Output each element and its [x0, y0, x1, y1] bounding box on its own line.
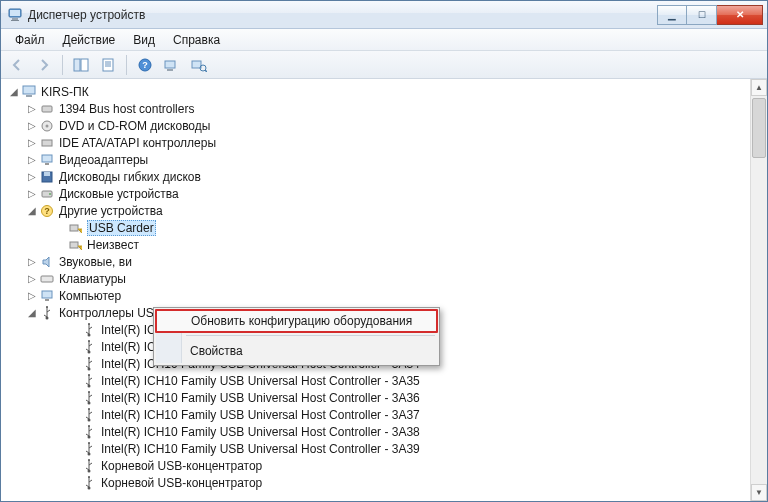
svg-point-40: [88, 333, 91, 336]
tree-item[interactable]: ▷Компьютер: [25, 287, 750, 304]
svg-point-38: [46, 316, 49, 319]
svg-rect-22: [42, 140, 52, 146]
tree-item-other[interactable]: ◢?Другие устройства: [25, 202, 750, 219]
tree-item-label: 1394 Bus host controllers: [59, 102, 194, 116]
menu-view[interactable]: Вид: [125, 31, 163, 49]
svg-point-46: [88, 384, 91, 387]
tree-item[interactable]: Корневой USB-концентратор: [67, 474, 750, 491]
context-menu-scan-hardware[interactable]: Обновить конфигурацию оборудования: [155, 309, 438, 333]
tree-item-label: Неизвест: [87, 238, 139, 252]
tree-item[interactable]: ▷Дисковые устройства: [25, 185, 750, 202]
scroll-thumb[interactable]: [752, 98, 766, 158]
toolbar-separator: [126, 55, 127, 75]
expand-icon[interactable]: ▷: [25, 273, 39, 284]
tree-item[interactable]: Intel(R) ICH10 Family USB Universal Host…: [67, 440, 750, 457]
menu-action[interactable]: Действие: [55, 31, 124, 49]
maximize-button[interactable]: [687, 5, 717, 25]
client-area: ◢ KIRS-ПК ▷1394 Bus host controllers ▷DV…: [1, 79, 767, 501]
tree-item[interactable]: Intel(R) ICH10 Family USB Universal Host…: [67, 372, 750, 389]
expand-icon[interactable]: ▷: [25, 256, 39, 267]
svg-rect-36: [42, 291, 52, 298]
tree-item-label: IDE ATA/ATAPI контроллеры: [59, 136, 216, 150]
scan-hardware-button[interactable]: [160, 54, 184, 76]
expand-icon[interactable]: ▷: [25, 188, 39, 199]
scan-changes-button[interactable]: [187, 54, 211, 76]
show-hidden-button[interactable]: [69, 54, 93, 76]
tree-item[interactable]: Intel(R) ICH10 Family USB Universal Host…: [67, 406, 750, 423]
usb-icon: [81, 339, 97, 355]
context-menu-properties[interactable]: Свойства: [156, 339, 437, 363]
device-icon: [39, 101, 55, 117]
usb-icon: [81, 322, 97, 338]
expand-icon[interactable]: ▷: [25, 120, 39, 131]
tree-item[interactable]: Intel(R) ICH10 Family USB Universal Host…: [67, 423, 750, 440]
scroll-up-button[interactable]: ▲: [751, 79, 767, 96]
expand-icon[interactable]: ▷: [25, 290, 39, 301]
tree-item[interactable]: ▷IDE ATA/ATAPI контроллеры: [25, 134, 750, 151]
expand-icon[interactable]: ▷: [25, 137, 39, 148]
collapse-icon[interactable]: ◢: [25, 205, 39, 216]
tree-item[interactable]: ▷Видеоадаптеры: [25, 151, 750, 168]
svg-point-41: [88, 323, 90, 325]
tree-item-unknown[interactable]: !Неизвест: [53, 236, 750, 253]
svg-rect-1: [10, 10, 20, 16]
menu-file[interactable]: Файл: [7, 31, 53, 49]
tree-item-usb-carder[interactable]: !USB Carder: [53, 219, 750, 236]
tree-item[interactable]: ▷Звуковые, ви: [25, 253, 750, 270]
properties-button[interactable]: [96, 54, 120, 76]
collapse-icon[interactable]: ◢: [25, 307, 39, 318]
app-icon: [7, 7, 23, 23]
tree-item-label: KIRS-ПК: [41, 85, 89, 99]
svg-rect-31: [70, 225, 78, 231]
floppy-icon: [39, 169, 55, 185]
warning-icon: ?: [39, 203, 55, 219]
tree-item[interactable]: ▷Клавиатуры: [25, 270, 750, 287]
help-button[interactable]: ?: [133, 54, 157, 76]
svg-point-54: [88, 452, 91, 455]
menu-help[interactable]: Справка: [165, 31, 228, 49]
tree-item-label: Клавиатуры: [59, 272, 126, 286]
svg-text:?: ?: [44, 206, 50, 216]
svg-point-49: [88, 391, 90, 393]
tree-item-label: Корневой USB-концентратор: [101, 459, 262, 473]
expand-icon[interactable]: ▷: [25, 171, 39, 182]
scroll-down-button[interactable]: ▼: [751, 484, 767, 501]
svg-rect-24: [45, 163, 49, 165]
context-menu-separator: [186, 335, 435, 336]
toolbar: ?: [1, 51, 767, 79]
svg-rect-4: [74, 59, 80, 71]
context-menu: Обновить конфигурацию оборудования Свойс…: [153, 307, 440, 366]
scroll-track[interactable]: [751, 96, 767, 484]
usb-icon: [81, 407, 97, 423]
tree-item-label: Контроллеры USB: [59, 306, 162, 320]
toolbar-separator: [62, 55, 63, 75]
context-menu-item-label: Обновить конфигурацию оборудования: [191, 314, 412, 328]
svg-rect-2: [12, 18, 18, 20]
device-tree[interactable]: ◢ KIRS-ПК ▷1394 Bus host controllers ▷DV…: [1, 79, 750, 501]
collapse-icon[interactable]: ◢: [7, 86, 21, 97]
keyboard-icon: [39, 271, 55, 287]
svg-line-16: [205, 70, 207, 72]
tree-root[interactable]: ◢ KIRS-ПК: [7, 83, 750, 100]
tree-item-label: USB Carder: [87, 220, 156, 236]
tree-item[interactable]: ▷DVD и CD-ROM дисководы: [25, 117, 750, 134]
back-button[interactable]: [5, 54, 29, 76]
svg-rect-12: [165, 61, 175, 68]
svg-point-58: [88, 486, 91, 489]
tree-item[interactable]: ▷1394 Bus host controllers: [25, 100, 750, 117]
svg-point-50: [88, 418, 91, 421]
usb-icon: [81, 390, 97, 406]
close-button[interactable]: [717, 5, 763, 25]
minimize-button[interactable]: [657, 5, 687, 25]
tree-item[interactable]: Intel(R) ICH10 Family USB Universal Host…: [67, 389, 750, 406]
tree-item-label: Компьютер: [59, 289, 121, 303]
expand-icon[interactable]: ▷: [25, 103, 39, 114]
tree-item[interactable]: Корневой USB-концентратор: [67, 457, 750, 474]
svg-point-45: [88, 357, 90, 359]
forward-button[interactable]: [32, 54, 56, 76]
tree-item-label: Дисководы гибких дисков: [59, 170, 201, 184]
expand-icon[interactable]: ▷: [25, 154, 39, 165]
tree-item[interactable]: ▷Дисководы гибких дисков: [25, 168, 750, 185]
scrollbar-vertical[interactable]: ▲ ▼: [750, 79, 767, 501]
titlebar: Диспетчер устройств: [1, 1, 767, 29]
